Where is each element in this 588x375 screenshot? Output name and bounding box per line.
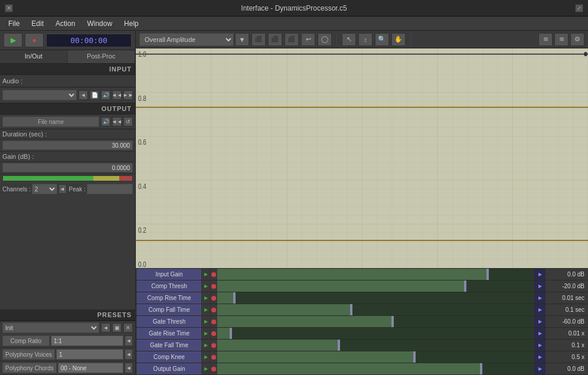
input-section-header: INPUT: [0, 64, 135, 75]
preset-select[interactable]: Init: [2, 322, 99, 333]
param-label-7: Comp Knee: [137, 351, 202, 363]
polyphony-voices-row: Polyphony Voices 1 ◄: [0, 348, 135, 361]
toolbar-spectrum-btn[interactable]: ≋: [554, 33, 569, 46]
param-value-3: 0.1 sec: [545, 306, 587, 313]
svg-text:0.4: 0.4: [138, 182, 146, 190]
param-play-btn-7[interactable]: ▶: [534, 351, 545, 363]
param-slider-2[interactable]: [217, 292, 534, 304]
toolbar-hand-tool[interactable]: ✋: [391, 33, 406, 46]
param-slider-4[interactable]: [217, 316, 534, 327]
comp-ratio-arrow[interactable]: ◄: [125, 335, 133, 346]
param-row-7: Comp Knee ▶ ▶ 0.5 x: [136, 351, 588, 363]
param-tri-btn-0[interactable]: ▶: [202, 269, 210, 280]
output-speaker-btn[interactable]: 🔊: [101, 117, 110, 126]
right-panel: Overall Amplitude ▼ ⬛ ⬛ ⬛ ↩ ◯ ↖ ↕ 🔍 ✋ ≋ …: [136, 31, 588, 375]
menu-help[interactable]: Help: [118, 18, 145, 29]
menu-edit[interactable]: Edit: [25, 18, 50, 29]
menu-file[interactable]: File: [2, 18, 25, 29]
tab-postproc[interactable]: Post-Proc: [68, 50, 136, 63]
output-refresh-btn[interactable]: ↺: [123, 117, 133, 126]
audio-select[interactable]: [2, 90, 77, 100]
audio-arrow-btn[interactable]: ◄: [79, 90, 88, 100]
polyphony-chords-arrow[interactable]: ◄: [125, 363, 133, 373]
param-slider-8[interactable]: [217, 363, 534, 374]
file-name-button[interactable]: File name: [2, 116, 99, 127]
toolbar-icon3-btn[interactable]: ⬛: [285, 33, 299, 46]
param-tri-btn-4[interactable]: ▶: [202, 316, 210, 327]
toolbar-icon2-btn[interactable]: ⬛: [268, 33, 282, 46]
param-play-btn-5[interactable]: ▶: [534, 328, 545, 339]
audio-prev-btn[interactable]: ◄◄: [112, 90, 122, 100]
param-slider-0[interactable]: [217, 269, 534, 280]
toolbar-arrow-tool[interactable]: ↖: [342, 33, 356, 46]
param-slider-5[interactable]: [217, 328, 534, 339]
gain-input[interactable]: [2, 163, 133, 172]
param-label-0: Input Gain: [137, 269, 202, 280]
output-prev-btn[interactable]: ◄◄: [112, 117, 122, 126]
toolbar-loop-btn[interactable]: ◯: [318, 33, 332, 46]
toolbar-settings-btn[interactable]: ⚙: [570, 33, 584, 46]
presets-row: Init ◄ ▣ ✕: [0, 321, 135, 334]
param-play-btn-2[interactable]: ▶: [534, 292, 545, 304]
param-slider-6[interactable]: [217, 340, 534, 351]
channels-select[interactable]: 2: [32, 184, 57, 194]
param-tri-btn-6[interactable]: ▶: [202, 340, 210, 351]
svg-text:0.6: 0.6: [138, 138, 146, 146]
maximize-button[interactable]: ⤢: [575, 4, 583, 12]
param-tri-btn-8[interactable]: ▶: [202, 363, 210, 374]
param-label-2: Comp Rise Time: [137, 292, 202, 304]
file-row: File name 🔊 ◄◄ ↺: [0, 115, 135, 129]
record-button[interactable]: ●: [25, 33, 44, 47]
toolbar-waveform-btn[interactable]: ≋: [538, 33, 553, 46]
param-tri-btn-5[interactable]: ▶: [202, 328, 210, 339]
param-tri-btn-2[interactable]: ▶: [202, 292, 210, 304]
polyphony-chords-label: Polyphony Chords: [2, 363, 57, 373]
svg-text:0.2: 0.2: [138, 226, 146, 234]
param-value-0: 0.0 dB: [545, 271, 587, 278]
toolbar-zoom-tool[interactable]: 🔍: [375, 33, 389, 46]
toolbar-fit-btn[interactable]: ⬛: [251, 33, 266, 46]
menu-window[interactable]: Window: [81, 18, 118, 29]
param-play-btn-6[interactable]: ▶: [534, 340, 545, 351]
param-slider-3[interactable]: [217, 304, 534, 315]
param-play-btn-1[interactable]: ▶: [534, 281, 545, 292]
duration-input[interactable]: [2, 141, 133, 150]
channels-label: Channels :: [2, 186, 31, 193]
param-tri-btn-7[interactable]: ▶: [202, 351, 210, 363]
audio-file-btn[interactable]: 📄: [90, 90, 99, 100]
left-panel: ▶ ● 00:00:00 In/Out Post-Proc INPUT Audi…: [0, 31, 136, 375]
param-label-4: Gate Thresh: [137, 316, 202, 327]
channels-arrow[interactable]: ◄: [58, 184, 67, 194]
close-button[interactable]: ✕: [5, 4, 13, 12]
param-play-btn-0[interactable]: ▶: [534, 269, 545, 280]
param-play-btn-4[interactable]: ▶: [534, 316, 545, 327]
param-tri-btn-1[interactable]: ▶: [202, 281, 210, 292]
gain-row: Gain (dB) :: [0, 152, 135, 162]
polyphony-chords-value: 00 - None: [58, 363, 123, 373]
duration-row: Duration (sec) :: [0, 129, 135, 139]
param-tri-btn-3[interactable]: ▶: [202, 304, 210, 315]
param-play-btn-8[interactable]: ▶: [534, 363, 545, 374]
param-slider-1[interactable]: [217, 281, 534, 292]
menu-bar: File Edit Action Window Help: [0, 17, 588, 31]
param-row-3: Comp Fall Time ▶ ▶ 0.1 sec: [136, 304, 588, 316]
audio-speaker-btn[interactable]: 🔊: [101, 90, 110, 100]
menu-action[interactable]: Action: [50, 18, 81, 29]
param-slider-7[interactable]: [217, 351, 534, 363]
time-display: 00:00:00: [46, 34, 132, 47]
param-dot-1: [210, 281, 217, 292]
tab-inout[interactable]: In/Out: [0, 50, 68, 63]
toolbar-undo-btn[interactable]: ↩: [301, 33, 315, 46]
polyphony-voices-arrow[interactable]: ◄: [125, 349, 133, 360]
svg-text:0.0: 0.0: [138, 260, 146, 268]
preset-arrow-btn[interactable]: ◄: [101, 323, 110, 332]
audio-next-btn[interactable]: ►►: [123, 90, 133, 100]
param-play-btn-3[interactable]: ▶: [534, 304, 545, 315]
toolbar-resize-tool[interactable]: ↕: [358, 33, 373, 46]
preset-save-btn[interactable]: ▣: [112, 323, 122, 332]
amplitude-dropdown-btn[interactable]: ▼: [235, 33, 249, 46]
amplitude-select[interactable]: Overall Amplitude: [139, 33, 234, 46]
param-row-1: Comp Thresh ▶ ▶ -20.0 dB: [136, 281, 588, 292]
play-button[interactable]: ▶: [4, 33, 22, 47]
preset-delete-btn[interactable]: ✕: [123, 323, 133, 332]
